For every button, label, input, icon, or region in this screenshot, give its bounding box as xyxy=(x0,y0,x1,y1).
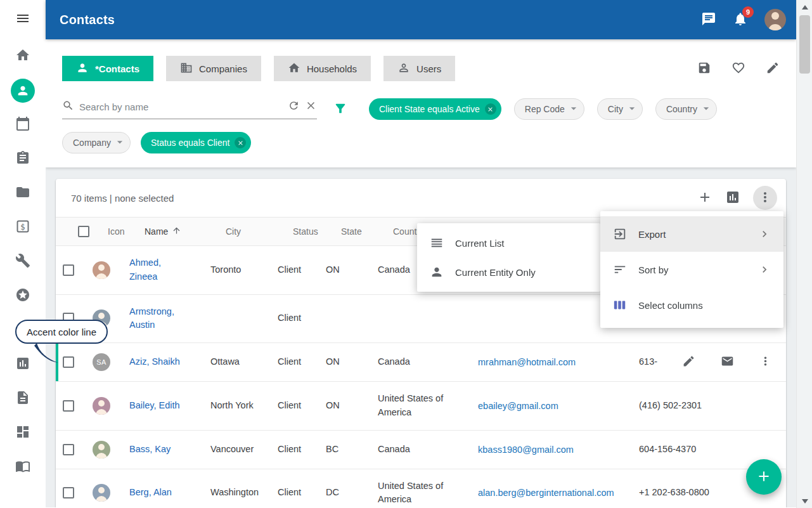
contact-name-link[interactable]: Bass, Kay xyxy=(129,443,210,457)
sort-icon xyxy=(613,263,627,277)
scroll-down-arrow[interactable] xyxy=(797,494,812,508)
menu-button[interactable] xyxy=(0,0,46,39)
analytics-button[interactable] xyxy=(725,190,740,207)
filter-button[interactable] xyxy=(333,101,347,117)
tab-label: Households xyxy=(307,63,357,74)
row-email-button[interactable] xyxy=(721,355,734,370)
tab-users[interactable]: Users xyxy=(383,56,455,81)
sidebar-item-calendar[interactable] xyxy=(0,108,46,142)
chat-button[interactable] xyxy=(701,11,716,29)
cell-phone: (416) 502-2301 xyxy=(639,399,786,413)
menu-item-current-list[interactable]: Current List xyxy=(417,228,600,257)
sidebar-item-dashboard[interactable] xyxy=(0,416,46,450)
selection-summary: 70 items | none selected xyxy=(71,193,174,204)
filter-chip-rep-code[interactable]: Rep Code xyxy=(514,98,584,120)
cell-country: United States of America xyxy=(378,392,478,420)
plus-icon xyxy=(697,190,712,207)
notification-badge: 9 xyxy=(742,6,754,18)
sidebar-item-documents[interactable] xyxy=(0,382,46,416)
filter-chip-country[interactable]: Country xyxy=(655,98,717,120)
filter-chip-status[interactable]: Status equals Client xyxy=(141,132,252,153)
select-all-checkbox[interactable] xyxy=(78,226,89,237)
sidebar-item-library[interactable] xyxy=(0,450,46,485)
person-outline-icon xyxy=(397,62,410,76)
row-checkbox[interactable] xyxy=(63,356,74,368)
row-checkbox[interactable] xyxy=(63,264,74,276)
plus-icon xyxy=(756,468,772,486)
cell-city: Toronto xyxy=(210,263,278,277)
cell-state: ON xyxy=(326,263,378,277)
sidebar-item-billing[interactable]: $ xyxy=(0,211,46,245)
row-checkbox[interactable] xyxy=(63,444,74,455)
column-header-city[interactable]: City xyxy=(226,226,293,237)
tab-households[interactable]: Households xyxy=(274,56,371,81)
add-column-button[interactable] xyxy=(697,190,712,207)
cell-email[interactable]: ebailey@gmail.com xyxy=(478,401,639,411)
sidebar-item-tasks[interactable] xyxy=(0,142,46,176)
column-header-icon[interactable]: Icon xyxy=(96,226,145,237)
tab-companies[interactable]: Companies xyxy=(166,56,261,81)
document-icon xyxy=(15,390,30,408)
cell-email[interactable]: alan.berg@berginternational.com xyxy=(478,488,639,498)
column-header-state[interactable]: State xyxy=(341,226,393,237)
sidebar-item-contacts[interactable] xyxy=(0,74,46,108)
add-contact-fab[interactable] xyxy=(746,459,782,495)
contact-name-link[interactable]: Ahmed, Zineea xyxy=(129,256,210,284)
table-row[interactable]: Bass, Kay Vancouver Client BC Canada kba… xyxy=(56,431,786,469)
filter-chip-city[interactable]: City xyxy=(597,98,643,120)
scroll-up-arrow[interactable] xyxy=(797,0,812,14)
row-checkbox[interactable] xyxy=(63,400,74,412)
sidebar-item-home[interactable] xyxy=(0,39,46,74)
contact-avatar xyxy=(93,484,110,502)
remove-filter-icon[interactable] xyxy=(485,103,496,115)
chip-label: Company xyxy=(73,138,111,148)
clear-search-icon[interactable] xyxy=(305,100,317,114)
tab-contacts[interactable]: *Contacts xyxy=(62,56,153,81)
sidebar-item-tools[interactable] xyxy=(0,245,46,279)
list-context-menu: Export Sort by Select columns xyxy=(600,211,783,328)
menu-item-export[interactable]: Export xyxy=(600,216,783,252)
scrollbar-thumb[interactable] xyxy=(799,15,810,74)
chip-label: City xyxy=(608,104,623,114)
edit-view-button[interactable] xyxy=(766,61,780,77)
remove-filter-icon[interactable] xyxy=(235,137,246,148)
contact-name-link[interactable]: Berg, Alan xyxy=(129,486,210,500)
cell-city: Ottawa xyxy=(210,355,278,369)
cell-email[interactable]: mrahman@hotmail.com xyxy=(478,357,639,367)
favorite-view-button[interactable] xyxy=(731,61,745,77)
row-edit-button[interactable] xyxy=(682,355,695,370)
menu-item-select-columns[interactable]: Select columns xyxy=(600,287,783,323)
sidebar-item-files[interactable] xyxy=(0,176,46,211)
search-input[interactable] xyxy=(79,101,283,112)
contact-name-link[interactable]: Armstrong, Austin xyxy=(129,305,210,333)
filter-chip-company[interactable]: Company xyxy=(62,132,131,153)
cell-email[interactable]: kbass1980@gmail.com xyxy=(478,445,639,455)
vertical-scrollbar[interactable] xyxy=(796,0,812,508)
save-view-button[interactable] xyxy=(697,61,711,77)
filter-chip-client-state[interactable]: Client State equals Active xyxy=(369,98,501,120)
bar-chart-icon xyxy=(15,356,30,374)
chip-label: Rep Code xyxy=(525,104,565,114)
column-header-name[interactable]: Name xyxy=(145,226,226,237)
chevron-right-icon xyxy=(758,263,771,276)
column-header-status[interactable]: Status xyxy=(293,226,341,237)
menu-item-current-entity-only[interactable]: Current Entity Only xyxy=(417,257,600,287)
table-row-highlighted[interactable]: SA Aziz, Shaikh Ottawa Client ON Canada … xyxy=(56,343,786,382)
refresh-icon[interactable] xyxy=(288,100,300,114)
row-checkbox[interactable] xyxy=(63,487,74,498)
home-icon xyxy=(15,48,30,65)
sidebar-item-favorites[interactable] xyxy=(0,279,46,313)
table-row[interactable]: Bailey, Edith North York Client ON Unite… xyxy=(56,382,786,431)
row-more-button[interactable] xyxy=(759,355,772,370)
sort-ascending-icon xyxy=(172,226,181,237)
table-row[interactable]: Berg, Alan Washington Client DC United S… xyxy=(56,469,786,508)
notifications-button[interactable]: 9 xyxy=(733,11,748,29)
chevron-right-icon xyxy=(758,228,771,240)
user-avatar[interactable] xyxy=(764,9,786,30)
hamburger-icon xyxy=(15,11,30,29)
contact-name-link[interactable]: Bailey, Edith xyxy=(129,399,210,413)
contact-name-link[interactable]: Aziz, Shaikh xyxy=(129,355,210,369)
list-more-button[interactable] xyxy=(753,186,777,210)
menu-item-sort-by[interactable]: Sort by xyxy=(600,252,783,287)
columns-icon xyxy=(613,298,627,312)
